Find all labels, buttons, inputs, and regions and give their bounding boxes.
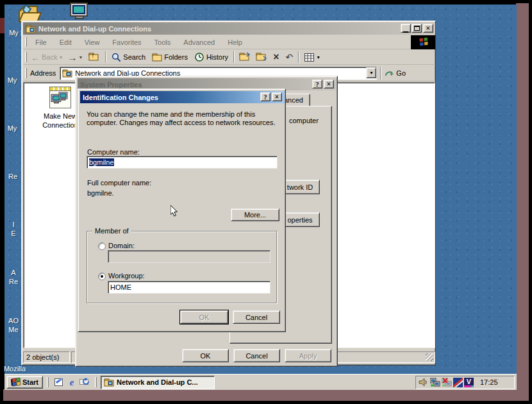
close-button[interactable]: × bbox=[272, 92, 282, 101]
views-dropdown-icon[interactable]: ▼ bbox=[316, 55, 320, 60]
menu-file[interactable]: File bbox=[29, 38, 53, 46]
menu-advanced[interactable]: Advanced bbox=[177, 38, 221, 46]
workgroup-radio[interactable] bbox=[98, 273, 106, 280]
desktop-icon-my-computer[interactable] bbox=[68, 1, 91, 21]
taskbar-grip[interactable] bbox=[47, 377, 49, 387]
task-button-network-connections[interactable]: Network and Dial-up C... bbox=[101, 376, 215, 389]
desktop-label-fragment[interactable]: AOMe bbox=[4, 316, 22, 334]
desktop-label-fragment[interactable]: Re bbox=[5, 172, 21, 181]
toolbar-separator bbox=[105, 51, 106, 63]
domain-input[interactable] bbox=[108, 250, 270, 263]
desktop-label-mozilla[interactable]: Mozilla bbox=[2, 364, 28, 373]
menu-bar: File Edit View Favorites Tools Advanced … bbox=[23, 35, 435, 49]
search-icon bbox=[112, 53, 121, 62]
toolbar: ← Back ▼ → ▼ ↑ Search Folders bbox=[23, 50, 435, 65]
monitor-bezel-bottom bbox=[3, 389, 528, 401]
forward-dropdown-icon[interactable]: ▼ bbox=[78, 55, 83, 60]
address-grip[interactable] bbox=[25, 68, 27, 79]
explorer-titlebar[interactable]: Network and Dial-up Connections × bbox=[23, 22, 435, 35]
vnc-tray-icon[interactable]: V bbox=[464, 378, 474, 387]
chevron-down-icon: ▼ bbox=[369, 71, 374, 75]
workgroup-input[interactable]: HOME bbox=[108, 281, 270, 294]
ok-button[interactable]: OK bbox=[180, 310, 228, 324]
views-button[interactable]: ▼ bbox=[301, 53, 324, 62]
desktop-label-fragment[interactable]: ARe bbox=[4, 268, 22, 286]
maximize-button[interactable] bbox=[411, 24, 422, 33]
apply-button[interactable]: Apply bbox=[285, 349, 331, 362]
identification-changes-titlebar[interactable]: Identification Changes ? × bbox=[80, 91, 285, 103]
ok-button[interactable]: OK bbox=[182, 349, 229, 362]
network-tray-icon[interactable] bbox=[430, 377, 440, 387]
delete-icon: × bbox=[273, 51, 279, 62]
system-tray: × V 17:25 bbox=[415, 376, 515, 389]
folders-label: Folders bbox=[164, 53, 188, 61]
menu-edit[interactable]: Edit bbox=[53, 38, 78, 46]
address-folder-icon bbox=[62, 68, 72, 78]
close-icon: × bbox=[275, 92, 279, 102]
back-icon: ← bbox=[31, 52, 40, 63]
quicklaunch-show-desktop[interactable] bbox=[54, 377, 64, 387]
more-button[interactable]: More... bbox=[231, 208, 279, 221]
desktop-label-fragment[interactable]: My bbox=[4, 124, 20, 133]
quicklaunch-internet-explorer[interactable]: e bbox=[67, 377, 77, 387]
member-of-group: Member of Domain: Workgroup: HOME bbox=[87, 231, 277, 303]
search-button[interactable]: Search bbox=[108, 53, 149, 62]
desktop-label-fragment[interactable]: My bbox=[4, 76, 20, 85]
folders-button[interactable]: Folders bbox=[149, 52, 191, 62]
tab-page-text-fragment: computer bbox=[289, 117, 319, 124]
network-connections-icon bbox=[26, 24, 36, 34]
menu-view[interactable]: View bbox=[78, 38, 106, 46]
address-dropdown-button[interactable]: ▼ bbox=[366, 67, 376, 78]
back-button[interactable]: ← Back ▼ bbox=[29, 52, 65, 63]
go-arrow-icon bbox=[385, 69, 395, 78]
mouse-cursor bbox=[170, 205, 178, 217]
network-disconnected-icon[interactable]: × bbox=[442, 377, 452, 387]
undo-button[interactable]: ↶ bbox=[282, 52, 296, 62]
domain-radio[interactable] bbox=[98, 242, 106, 250]
close-button[interactable]: × bbox=[423, 24, 433, 33]
help-button[interactable]: ? bbox=[260, 92, 270, 101]
menu-tools[interactable]: Tools bbox=[148, 38, 178, 46]
desktop-label-fragment[interactable]: IE bbox=[4, 220, 22, 238]
history-button[interactable]: History bbox=[191, 52, 231, 62]
folders-icon bbox=[152, 52, 162, 62]
properties-button-partial[interactable]: operties bbox=[280, 212, 320, 227]
volume-icon[interactable] bbox=[419, 377, 429, 387]
workgroup-label[interactable]: Workgroup: bbox=[108, 272, 145, 280]
menu-grip[interactable] bbox=[25, 37, 27, 47]
member-of-legend: Member of bbox=[92, 227, 131, 235]
paint-tool-tray-icon[interactable] bbox=[453, 378, 463, 387]
minimize-button[interactable] bbox=[401, 24, 411, 33]
menu-help[interactable]: Help bbox=[221, 38, 249, 46]
start-button[interactable]: Start bbox=[6, 376, 43, 389]
back-dropdown-icon[interactable]: ▼ bbox=[58, 55, 63, 60]
delete-button[interactable]: × bbox=[270, 51, 282, 63]
go-button[interactable]: Go bbox=[385, 69, 406, 78]
status-objects-panel: 2 object(s) bbox=[23, 351, 70, 363]
cancel-button[interactable]: Cancel bbox=[233, 349, 280, 362]
network-id-button-partial[interactable]: twork ID bbox=[280, 180, 320, 194]
forward-button[interactable]: → ▼ bbox=[65, 52, 85, 63]
start-label: Start bbox=[22, 378, 38, 386]
maximize-icon bbox=[414, 26, 420, 31]
help-button[interactable]: ? bbox=[312, 80, 322, 88]
window-title: Network and Dial-up Connections bbox=[38, 25, 151, 33]
computer-name-input[interactable]: bgmilne bbox=[87, 156, 278, 169]
close-button[interactable]: × bbox=[324, 80, 334, 88]
move-to-button[interactable] bbox=[253, 51, 270, 63]
move-to-icon bbox=[256, 51, 267, 62]
domain-label[interactable]: Domain: bbox=[108, 242, 135, 249]
quicklaunch-outlook[interactable] bbox=[79, 377, 90, 387]
cancel-button[interactable]: Cancel bbox=[233, 310, 280, 324]
menu-favorites[interactable]: Favorites bbox=[106, 38, 147, 46]
taskbar-grip[interactable] bbox=[95, 377, 97, 387]
copy-to-icon bbox=[239, 51, 251, 62]
windows-flag-icon bbox=[11, 378, 21, 387]
copy-to-button[interactable] bbox=[237, 51, 253, 63]
forward-icon: → bbox=[67, 52, 77, 63]
clock[interactable]: 17:25 bbox=[480, 378, 498, 386]
resize-grip[interactable] bbox=[426, 353, 433, 361]
up-button[interactable]: ↑ bbox=[85, 51, 103, 63]
toolbar-grip[interactable] bbox=[25, 52, 27, 62]
back-label: Back bbox=[42, 53, 57, 61]
